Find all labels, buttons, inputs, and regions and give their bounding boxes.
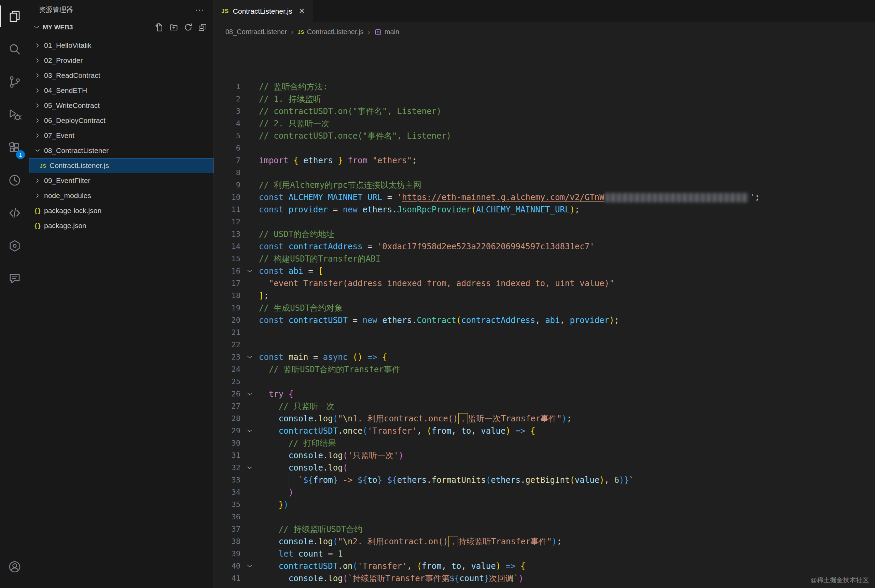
new-file-icon[interactable] <box>153 21 166 33</box>
fold-icon[interactable] <box>240 560 259 572</box>
indent-guide <box>269 437 269 449</box>
code-line[interactable]: 14const contractAddress = '0xdac17f958d2… <box>214 240 875 253</box>
indent-guide <box>259 437 259 449</box>
tree-item-05-writecontract[interactable]: 05_WriteContract <box>29 98 213 113</box>
tree-item-02-provider[interactable]: 02_Provider <box>29 53 213 68</box>
code-line[interactable]: 32 console.log( <box>214 462 875 474</box>
code-line[interactable]: 30 // 打印结果 <box>214 437 875 449</box>
tree-item-08-contractlistener[interactable]: 08_ContractListener <box>29 143 213 158</box>
tree-item-contractlistener-js[interactable]: JSContractListener.js <box>29 158 213 173</box>
extensions-icon[interactable]: 1 <box>0 131 29 164</box>
code-line[interactable]: 9// 利用Alchemy的rpc节点连接以太坊主网 <box>214 179 875 191</box>
run-debug-icon[interactable] <box>0 98 29 131</box>
code-token: https://eth-mainnet.g.alchemy.com/v2/GTn… <box>402 193 604 202</box>
code-line[interactable]: 5// contractUSDT.once("事件名", Listener) <box>214 130 875 142</box>
breadcrumb-item-contractlistener-js[interactable]: JSContractListener.js <box>297 28 363 36</box>
code-line[interactable]: 25 <box>214 376 875 388</box>
fold-icon[interactable] <box>240 265 259 277</box>
code-line[interactable]: 35 }) <box>214 498 875 511</box>
breadcrumb-item-08-contractlistener[interactable]: 08_ContractListener <box>225 28 287 36</box>
code-line[interactable]: 39 let count = 1 <box>214 548 875 560</box>
tree-item-node-modules[interactable]: node_modules <box>29 188 213 203</box>
code-line[interactable]: 36 <box>214 511 875 523</box>
tree-item-04-sendeth[interactable]: 04_SendETH <box>29 83 213 98</box>
tree-item-09-eventfilter[interactable]: 09_EventFilter <box>29 173 213 188</box>
code-line[interactable]: 29 contractUSDT.once('Transfer', (from, … <box>214 425 875 437</box>
refresh-icon[interactable] <box>182 21 194 33</box>
fold-gutter <box>240 179 259 191</box>
more-actions-icon[interactable]: ··· <box>195 6 204 14</box>
code-line[interactable]: 4// 2. 只监听一次 <box>214 117 875 130</box>
code-line[interactable]: 20const contractUSDT = new ethers.Contra… <box>214 314 875 327</box>
live-preview-icon[interactable] <box>0 196 29 230</box>
code-token: ( <box>456 315 461 325</box>
code-line[interactable]: 40 contractUSDT.on('Transfer', (from, to… <box>214 560 875 572</box>
code-line[interactable]: 19// 生成USDT合约对象 <box>214 302 875 314</box>
code-line[interactable]: 17 "event Transfer(address indexed from,… <box>214 277 875 290</box>
code-line[interactable]: 28 console.log("\n1. 利用contract.once()，监… <box>214 412 875 425</box>
web3-extension-icon[interactable] <box>0 230 29 262</box>
code-line[interactable]: 24 // 监听USDT合约的Transfer事件 <box>214 363 875 376</box>
code-line[interactable]: 16const abi = [ <box>214 265 875 277</box>
code-line[interactable]: 10const ALCHEMY_MAINNET_URL = 'https://e… <box>214 191 875 204</box>
search-icon[interactable] <box>0 33 29 66</box>
code-line[interactable]: 8 <box>214 166 875 179</box>
code-line[interactable]: 26 try { <box>214 388 875 400</box>
code-line[interactable]: 1// 监听合约方法: <box>214 81 875 93</box>
tree-item-01-hellovitalik[interactable]: 01_HelloVitalik <box>29 38 213 53</box>
fold-icon[interactable] <box>240 425 259 437</box>
code-line[interactable]: 34 ) <box>214 486 875 498</box>
workspace-section-header[interactable]: MY WEB3 <box>29 20 213 35</box>
tree-item-07-event[interactable]: 07_Event <box>29 128 213 143</box>
code-line[interactable]: 11const provider = new ethers.JsonRpcPro… <box>214 204 875 216</box>
code-token <box>510 426 515 436</box>
new-folder-icon[interactable] <box>168 21 180 33</box>
tree-item-package-lock-json[interactable]: {}package-lock.json <box>29 203 213 218</box>
fold-icon[interactable] <box>240 462 259 474</box>
code-line[interactable]: 22 <box>214 339 875 351</box>
code-line[interactable]: 13// USDT的合约地址 <box>214 228 875 240</box>
code-token: 1. 利用contract.once() <box>353 414 458 423</box>
code-line[interactable]: 21 <box>214 327 875 339</box>
code-editor[interactable]: 1// 监听合约方法:2// 1. 持续监听3// contractUSDT.o… <box>214 42 875 588</box>
tab-contractlistener[interactable]: JS ContractListener.js × <box>214 0 312 22</box>
history-icon[interactable] <box>0 164 29 196</box>
code-line[interactable]: 38 console.log("\n2. 利用contract.on()，持续监… <box>214 536 875 548</box>
breadcrumb-item-main[interactable]: main <box>374 28 399 36</box>
code-line[interactable]: 7import { ethers } from "ethers"; <box>214 154 875 166</box>
code-line[interactable]: 41 console.log(`持续监听Transfer事件第${count}次… <box>214 572 875 585</box>
code-line[interactable]: 18]; <box>214 290 875 302</box>
code-token <box>382 476 387 485</box>
js-file-icon: JS <box>221 8 229 15</box>
tree-item-06-deploycontract[interactable]: 06_DeployContract <box>29 113 213 128</box>
source-control-icon[interactable] <box>0 66 29 98</box>
code-line[interactable]: 15// 构建USDT的Transfer的ABI <box>214 253 875 265</box>
fold-icon[interactable] <box>240 388 259 400</box>
code-line[interactable]: 37 // 持续监听USDT合约 <box>214 523 875 536</box>
indent-guide <box>269 449 269 462</box>
code-line[interactable]: 6 <box>214 142 875 154</box>
code-token: . <box>521 476 525 485</box>
code-line[interactable]: 31 console.log('只监听一次') <box>214 449 875 462</box>
explorer-icon[interactable] <box>0 0 29 33</box>
code-line[interactable]: 2// 1. 持续监听 <box>214 93 875 105</box>
code-token: // 持续监听USDT合约 <box>279 525 362 534</box>
code-line[interactable]: 23const main = async () => { <box>214 351 875 363</box>
code-line[interactable]: 33 `${from} -> ${to} ${ethers.formatUnit… <box>214 474 875 486</box>
comments-icon[interactable] <box>0 262 29 295</box>
collapse-all-icon[interactable] <box>197 21 209 33</box>
close-icon[interactable]: × <box>299 6 305 16</box>
code-line[interactable]: 27 // 只监听一次 <box>214 400 875 412</box>
code-token <box>299 156 303 165</box>
code-line[interactable]: 12 <box>214 216 875 228</box>
tree-item-03-readcontract[interactable]: 03_ReadContract <box>29 68 213 83</box>
tree-item-package-json[interactable]: {}package.json <box>29 218 213 233</box>
account-icon[interactable] <box>0 550 29 583</box>
code-token: => <box>368 352 377 362</box>
code-line[interactable]: 3// contractUSDT.on("事件名", Listener) <box>214 105 875 117</box>
code-line-content: const contractAddress = '0xdac17f958d2ee… <box>259 240 875 253</box>
breadcrumb-separator-icon: › <box>368 28 370 36</box>
fold-icon[interactable] <box>240 351 259 363</box>
code-token: // contractUSDT.once("事件名", Listener) <box>259 131 451 141</box>
fold-gutter <box>240 240 259 253</box>
